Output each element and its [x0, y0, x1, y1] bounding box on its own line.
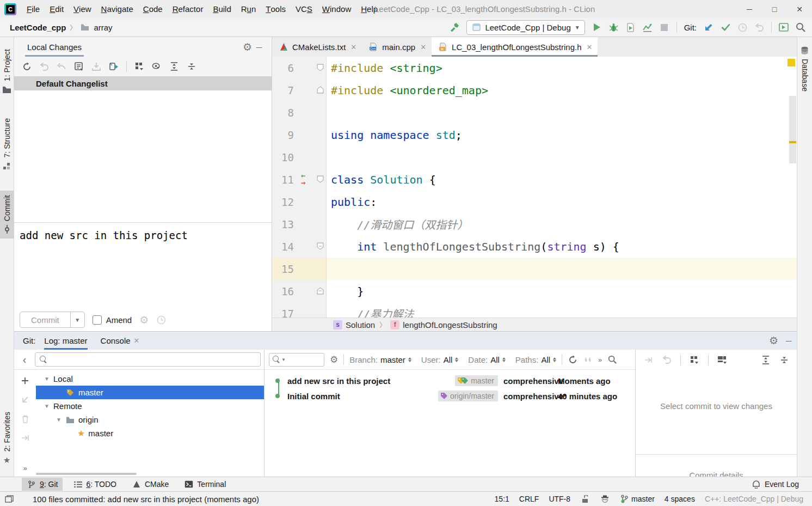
code-line-10[interactable]: 10: [272, 146, 797, 168]
lock-icon[interactable]: [580, 494, 590, 504]
close-icon[interactable]: ✕: [420, 43, 426, 51]
editor-gutter[interactable]: 9: [272, 124, 327, 146]
more-filters-icon[interactable]: »: [598, 356, 602, 364]
log-search-input[interactable]: ▼: [269, 353, 324, 367]
stripe-item-commit[interactable]: Commit: [0, 191, 14, 239]
commit-check-button[interactable]: [721, 22, 730, 32]
branch-row-local[interactable]: ▼Local: [36, 372, 264, 386]
toolwindow-button-6-todo[interactable]: 6: TODO: [68, 478, 121, 491]
toolwindow-toggle-icon[interactable]: [4, 494, 14, 504]
stripe-item-database[interactable]: Database: [797, 41, 812, 96]
rollback-icon[interactable]: [39, 62, 49, 71]
caret-position[interactable]: 15:1: [495, 495, 509, 503]
shelve-icon[interactable]: [91, 62, 101, 71]
filter-date[interactable]: Date:All: [468, 355, 506, 364]
commit-row[interactable]: Initial commitorigin/mastercomprehensive…: [264, 388, 635, 404]
rollback-icon[interactable]: [754, 22, 764, 32]
editor-tab-lc-03-lengthoflongestsubstring-h[interactable]: HLC_03_lengthOfLongestSubstring.h✕: [432, 37, 598, 57]
default-changelist-row[interactable]: Default Changelist: [14, 76, 272, 90]
code-line-13[interactable]: 13 //滑动窗口（双指针）: [272, 213, 797, 235]
checkout-icon[interactable]: [20, 395, 30, 404]
code-line-17[interactable]: 17 //暴力解法: [272, 302, 797, 318]
fold-marker-icon[interactable]: [316, 287, 324, 295]
more-actions-icon[interactable]: »: [23, 464, 27, 477]
menu-refactor[interactable]: Refactor: [168, 0, 208, 18]
menu-vcs[interactable]: VCS: [291, 0, 317, 18]
fold-marker-icon[interactable]: [316, 64, 324, 71]
stop-button[interactable]: [660, 22, 669, 32]
collapse-all-icon[interactable]: [779, 355, 789, 365]
code-line-7[interactable]: 7#include <unordered_map>: [272, 79, 797, 101]
go-to-hash-icon[interactable]: [583, 355, 593, 364]
editor-tab-cmakelists-txt[interactable]: CMakeLists.txt✕: [272, 37, 362, 57]
code-editor[interactable]: 6#include <string>7#include <unordered_m…: [272, 57, 797, 318]
editor-scrollbar[interactable]: [789, 96, 796, 163]
commit-dropdown-icon[interactable]: ▼: [70, 312, 84, 327]
history-clock-icon[interactable]: [156, 315, 166, 325]
twisty-icon[interactable]: ▼: [44, 376, 50, 382]
code-line-9[interactable]: 9using namespace std;: [272, 124, 797, 146]
file-encoding[interactable]: UTF-8: [549, 495, 570, 503]
run-with-coverage-button[interactable]: [626, 22, 636, 32]
code-line-8[interactable]: 8: [272, 101, 797, 124]
gear-icon[interactable]: ⚙: [139, 315, 149, 325]
breadcrumb-solution[interactable]: sSolution: [333, 320, 375, 330]
menu-navigate[interactable]: Navigate: [96, 0, 138, 18]
amend-checkbox[interactable]: [93, 315, 102, 325]
collapse-branches-icon[interactable]: ‹: [14, 353, 35, 366]
changes-list-area[interactable]: [14, 90, 272, 223]
horizontal-scrollbar[interactable]: [36, 473, 137, 475]
context-config[interactable]: C++: LeetCode_Cpp | Debug: [705, 495, 803, 503]
stripe-item-1-project[interactable]: 1: Project: [0, 45, 14, 99]
inspections-hector-icon[interactable]: [600, 494, 610, 504]
build-hammer-icon[interactable]: [450, 22, 459, 32]
hide-panel-icon[interactable]: ─: [252, 42, 266, 52]
close-icon[interactable]: ✕: [350, 43, 356, 51]
close-icon[interactable]: ✕: [134, 337, 140, 345]
close-button[interactable]: ✕: [787, 0, 812, 18]
expand-all-icon[interactable]: [761, 355, 771, 365]
search-icon[interactable]: [607, 355, 617, 364]
code-line-15[interactable]: 15: [272, 258, 797, 280]
twisty-icon[interactable]: ▼: [44, 403, 50, 409]
search-everywhere-icon[interactable]: [796, 22, 805, 32]
editor-gutter[interactable]: 10: [272, 146, 327, 168]
history-clock-icon[interactable]: [737, 22, 747, 32]
run-anything-button[interactable]: [779, 22, 789, 32]
profiler-button[interactable]: [643, 22, 653, 32]
commit-message-input[interactable]: add new src in this project: [14, 223, 272, 309]
commit-row[interactable]: add new src in this projectmastercompreh…: [264, 373, 635, 388]
branch-row-master[interactable]: ★master: [36, 426, 264, 440]
branch-row-origin[interactable]: ▼origin: [36, 413, 264, 426]
update-project-button[interactable]: [704, 22, 713, 32]
menu-tools[interactable]: Tools: [261, 0, 291, 18]
collapse-all-icon[interactable]: [187, 62, 196, 71]
expand-all-icon[interactable]: [169, 62, 179, 71]
move-to-changelist-icon[interactable]: [109, 62, 119, 71]
add-branch-icon[interactable]: [20, 376, 30, 385]
editor-gutter[interactable]: 11←→: [272, 168, 327, 191]
revert-arrow-icon[interactable]: [57, 62, 66, 71]
toolwindow-button-9-git[interactable]: 9: Git: [22, 478, 63, 491]
editor-gutter[interactable]: 8: [272, 101, 327, 124]
filter-branch[interactable]: Branch:master: [349, 355, 411, 364]
run-configuration-select[interactable]: LeetCode_Cpp | Debug ▼: [466, 20, 585, 35]
editor-gutter[interactable]: 16: [272, 280, 327, 302]
fold-marker-icon[interactable]: [316, 86, 324, 94]
refresh-icon[interactable]: [22, 62, 32, 71]
filter-user[interactable]: User:All: [421, 355, 459, 364]
menu-code[interactable]: Code: [138, 0, 168, 18]
group-by-icon[interactable]: [134, 62, 144, 71]
fold-marker-icon[interactable]: [316, 175, 324, 183]
branch-row-master[interactable]: master: [36, 386, 264, 399]
close-icon[interactable]: ✕: [587, 43, 593, 51]
preview-diff-icon[interactable]: [152, 62, 162, 71]
debug-button[interactable]: [609, 22, 619, 32]
code-line-11[interactable]: 11←→class Solution {: [272, 168, 797, 191]
code-line-14[interactable]: 14 int lengthOfLongestSubstring(string s…: [272, 235, 797, 258]
gear-icon[interactable]: ⚙: [769, 336, 778, 346]
gear-icon[interactable]: ⚙: [330, 355, 338, 364]
editor-tab-main-cpp[interactable]: C++main.cpp✕: [362, 37, 432, 57]
branch-search-input[interactable]: [35, 352, 261, 367]
run-button[interactable]: [592, 22, 602, 32]
